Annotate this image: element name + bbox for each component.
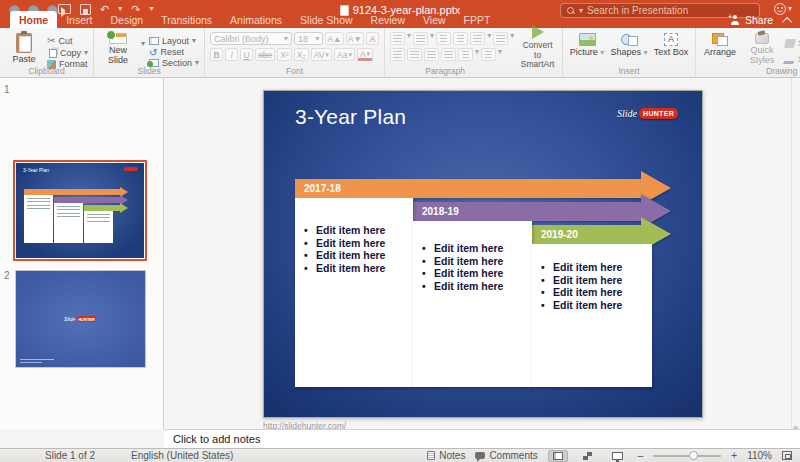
quick-styles-button[interactable]: Quick Styles xyxy=(743,32,781,65)
align-text-button[interactable] xyxy=(481,48,496,61)
year-band-2017-18[interactable]: 2017-18 xyxy=(295,179,642,198)
zoom-percentage[interactable]: 110% xyxy=(747,450,772,461)
vertical-scrollbar[interactable] xyxy=(791,78,798,429)
tab-animations[interactable]: Animations xyxy=(221,11,291,28)
tab-insert[interactable]: Insert xyxy=(57,11,101,28)
layout-caret: ▾ xyxy=(192,37,196,45)
copy-icon xyxy=(49,49,57,58)
shape-outline-button[interactable]: Shape Outline▾ xyxy=(785,53,800,65)
align-center-button[interactable] xyxy=(407,48,422,61)
bold-button[interactable]: B xyxy=(210,48,223,61)
shapes-button[interactable]: Shapes ▾ xyxy=(610,32,648,65)
justify-button[interactable] xyxy=(441,48,456,61)
comments-toggle-button[interactable]: Comments xyxy=(475,450,537,461)
align-right-button[interactable] xyxy=(424,48,439,61)
slide-sorter-view-button[interactable] xyxy=(578,450,598,462)
year-band-2018-19[interactable]: 2018-19 xyxy=(413,202,642,221)
align-left-button[interactable] xyxy=(390,48,405,61)
share-button[interactable]: Share xyxy=(730,14,773,26)
copy-button[interactable]: Copy▾ xyxy=(47,47,88,58)
tab-view[interactable]: View xyxy=(414,11,455,28)
fit-to-window-icon[interactable] xyxy=(782,451,792,460)
column-2019-20[interactable]: Edit item here Edit item here Edit item … xyxy=(532,244,652,387)
font-color-button[interactable]: A▾ xyxy=(357,48,373,61)
text-direction-button[interactable] xyxy=(458,48,473,61)
list-item[interactable]: Edit item here xyxy=(295,249,413,262)
tab-home[interactable]: Home xyxy=(10,11,57,28)
column-2018-19[interactable]: Edit item here Edit item here Edit item … xyxy=(413,221,532,387)
search-scope-caret[interactable]: ▾ xyxy=(579,7,583,15)
slide-thumbnail-1[interactable]: 3-Year Plan xyxy=(13,160,147,261)
list-item[interactable]: Edit item here xyxy=(532,274,652,287)
text-box-button[interactable]: A Text Box xyxy=(652,32,690,65)
copy-caret: ▾ xyxy=(84,49,88,57)
strikethrough-button[interactable]: abe xyxy=(255,48,275,61)
layout-button[interactable]: Layout▾ xyxy=(149,36,199,46)
tab-review[interactable]: Review xyxy=(362,11,414,28)
align-text-caret: ▾ xyxy=(498,48,502,61)
tab-fppt[interactable]: FPPT xyxy=(455,11,500,28)
zoom-out-button[interactable]: – xyxy=(638,450,644,461)
subscript-button[interactable]: X₂ xyxy=(294,48,309,61)
shrink-font-button[interactable]: A▼ xyxy=(346,32,364,45)
line-spacing-button[interactable] xyxy=(470,32,485,45)
superscript-button[interactable]: X² xyxy=(277,48,292,61)
list-item[interactable]: Edit item here xyxy=(295,224,413,237)
zoom-slider[interactable] xyxy=(653,455,721,457)
paragraph-group-label: Paragraph xyxy=(385,66,505,76)
new-slide-button[interactable]: New Slide xyxy=(99,32,137,65)
clipboard-group: Paste ✂Cut Copy▾ Format Clipboard xyxy=(0,28,94,77)
columns-button[interactable] xyxy=(493,32,508,45)
tab-transitions[interactable]: Transitions xyxy=(152,11,221,28)
font-name-select[interactable]: Calibri (Body)▾ xyxy=(210,32,292,45)
zoom-slider-knob[interactable] xyxy=(689,451,698,460)
font-size-select[interactable]: 18▾ xyxy=(294,32,323,45)
grow-font-button[interactable]: A▲ xyxy=(325,32,343,45)
italic-button[interactable]: I xyxy=(225,48,238,61)
picture-button[interactable]: Picture ▾ xyxy=(568,32,606,65)
normal-view-button[interactable] xyxy=(548,450,568,462)
zoom-in-button[interactable]: + xyxy=(731,450,737,461)
notes-toggle-button[interactable]: Notes xyxy=(427,450,465,461)
slide-title[interactable]: 3-Year Plan xyxy=(295,105,406,129)
new-slide-caret[interactable]: ▾ xyxy=(141,40,145,65)
arrange-button[interactable]: Arrange xyxy=(701,32,739,65)
list-item[interactable]: Edit item here xyxy=(295,237,413,250)
increase-indent-button[interactable] xyxy=(453,32,468,45)
slide-thumbnail-2[interactable]: SlideHUNTER xyxy=(15,270,146,368)
shape-fill-button[interactable]: Shape Fill▾ xyxy=(785,37,800,49)
underline-button[interactable]: U xyxy=(240,48,253,61)
picture-icon xyxy=(579,33,596,46)
character-spacing-button[interactable]: AV▾ xyxy=(311,48,332,61)
list-item[interactable]: Edit item here xyxy=(532,261,652,274)
year-band-2019-20[interactable]: 2019-20 xyxy=(532,225,642,244)
collapse-ribbon-icon[interactable] xyxy=(782,16,792,26)
clear-formatting-button[interactable]: A xyxy=(366,32,379,45)
list-item[interactable]: Edit item here xyxy=(295,262,413,275)
numbering-button[interactable] xyxy=(413,32,428,45)
slide-editor[interactable]: 3-Year Plan Slide HUNTER 2017-18 2018-19… xyxy=(263,90,703,418)
paste-icon xyxy=(16,33,32,53)
column-2017-18[interactable]: Edit item here Edit item here Edit item … xyxy=(295,198,413,387)
list-item[interactable]: Edit item here xyxy=(532,286,652,299)
convert-to-smartart-button[interactable]: Convert to SmartArt xyxy=(518,32,557,65)
insert-group: Picture ▾ Shapes ▾ A Text Box Insert xyxy=(563,28,696,77)
cut-button[interactable]: ✂Cut xyxy=(47,36,88,46)
bullets-button[interactable] xyxy=(390,32,405,45)
title-bar: ↶ ▾ ↷ ▾ 9124-3-year-plan.pptx ▾ Search i… xyxy=(0,0,800,28)
notes-pane[interactable]: Click to add notes xyxy=(164,429,800,448)
change-case-button[interactable]: Aa▾ xyxy=(334,48,355,61)
list-item[interactable]: Edit item here xyxy=(413,255,532,268)
paste-button[interactable]: Paste xyxy=(5,32,43,65)
list-item[interactable]: Edit item here xyxy=(413,242,532,255)
tab-design[interactable]: Design xyxy=(101,11,152,28)
list-item[interactable]: Edit item here xyxy=(413,267,532,280)
slideshow-view-button[interactable] xyxy=(608,450,628,462)
list-item[interactable]: Edit item here xyxy=(413,280,532,293)
decrease-indent-button[interactable] xyxy=(436,32,451,45)
reset-button[interactable]: ↺Reset xyxy=(149,47,199,57)
tab-slide-show[interactable]: Slide Show xyxy=(291,11,362,28)
mini-column-2 xyxy=(54,203,83,243)
list-item[interactable]: Edit item here xyxy=(532,299,652,312)
language-indicator[interactable]: English (United States) xyxy=(131,450,233,461)
